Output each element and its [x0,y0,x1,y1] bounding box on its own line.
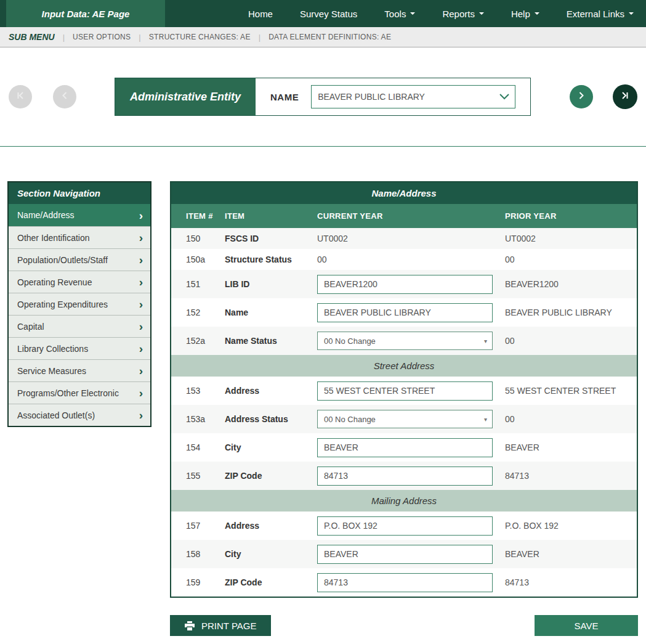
chevron-right-icon: › [139,365,143,377]
submenu-item-user-options[interactable]: USER OPTIONS [73,33,131,41]
chevron-right-icon: › [139,254,143,266]
item-number: 152 [186,308,225,317]
item-number: 153 [186,386,225,396]
sidebar-item-label: Programs/Other Electronic [17,388,119,398]
chevron-right-icon: › [139,343,143,354]
chevron-right-icon: › [139,409,143,421]
subsection-header-mailing-address: Mailing Address [171,490,637,512]
select-value: 00 No Change [324,415,484,424]
current-year-cell: 00 No Change▾ [317,332,505,350]
current-year-cell [317,381,505,401]
current-year-input-154[interactable] [317,438,493,457]
table-row-153: 153Address55 WEST CENTER STREET [171,377,637,405]
item-number: 152a [186,336,225,346]
item-label: Address [225,521,317,531]
current-year-input-159[interactable] [317,573,493,592]
table-row-150: 150FSCS IDUT0002UT0002 [171,228,637,249]
submenu-item-structure-changes-ae[interactable]: STRUCTURE CHANGES: AE [149,33,251,41]
save-button[interactable]: SAVE [535,615,638,636]
table-row-158: 158CityBEAVER [171,540,637,568]
entity-name-select[interactable]: BEAVER PUBLIC LIBRARY [311,85,515,108]
nav-item-tools[interactable]: Tools [384,9,415,19]
next-page-button[interactable] [570,85,593,108]
item-label: Address Status [225,414,317,424]
main-nav: HomeSurvey StatusToolsReportsHelpExterna… [248,0,646,27]
submenu-item-data-element-definitions-ae[interactable]: DATA ELEMENT DEFINITIONS: AE [268,33,391,41]
section-nav-list: Name/Address›Other Identification›Popula… [9,204,150,426]
current-year-cell [317,467,505,486]
sidebar-item-label: Associated Outlet(s) [17,410,95,420]
prior-year-value: 84713 [505,471,637,481]
item-number: 151 [186,279,225,289]
print-page-button[interactable]: PRINT PAGE [170,615,271,636]
section-navigation: Section Navigation Name/Address›Other Id… [7,181,151,427]
current-year-input-158[interactable] [317,545,493,564]
nav-item-survey-status[interactable]: Survey Status [300,9,357,19]
table-body: 150FSCS IDUT0002UT0002150aStructure Stat… [171,228,637,597]
prior-year-value: P.O. BOX 192 [505,521,637,531]
submenu-title: SUB MENU [9,32,55,42]
item-label: ZIP Code [225,471,317,481]
item-number: 153a [186,414,225,424]
chevron-right-icon: › [139,387,143,399]
nav-item-reports[interactable]: Reports [442,9,484,19]
sidebar-item-programs-other-electronic[interactable]: Programs/Other Electronic› [9,381,150,404]
chevron-right-icon: › [139,210,143,221]
column-header-prior-year: PRIOR YEAR [505,211,637,221]
table-row-151: 151LIB IDBEAVER1200 [171,270,637,298]
previous-page-icon [60,91,70,103]
previous-page-button[interactable] [53,85,76,108]
caret-down-icon: ▾ [484,338,487,344]
current-year-input-151[interactable] [317,275,493,294]
caret-down-icon [479,12,484,15]
item-label: Address [225,386,317,396]
item-number: 150 [186,234,225,243]
sidebar-item-label: Other Identification [17,233,90,243]
sidebar-item-associated-outlet-s[interactable]: Associated Outlet(s)› [9,404,150,426]
sidebar-item-label: Library Collections [17,344,88,354]
item-number: 159 [186,577,225,587]
sidebar-item-population-outlets-staff[interactable]: Population/Outlets/Staff› [9,248,150,271]
current-year-cell [317,303,505,322]
table-row-155: 155ZIP Code84713 [171,462,637,490]
entity-toolbar: Administrative Entity NAME BEAVER PUBLIC… [0,47,646,147]
sidebar-item-name-address[interactable]: Name/Address› [9,204,150,226]
caret-down-icon [535,12,539,15]
table-row-157: 157AddressP.O. BOX 192 [171,512,637,540]
nav-item-external-links[interactable]: External Links [567,9,634,19]
item-number: 158 [186,549,225,559]
entity-name-label: NAME [270,92,299,102]
sidebar-item-service-measures[interactable]: Service Measures› [9,359,150,381]
sidebar-item-label: Operating Expenditures [17,300,108,309]
current-year-input-153[interactable] [317,381,493,401]
first-page-button[interactable] [9,85,32,108]
subsection-header-street-address: Street Address [171,355,637,377]
item-label: ZIP Code [225,577,317,587]
entity-selector-box: Administrative Entity NAME BEAVER PUBLIC… [115,78,531,116]
nav-item-help[interactable]: Help [511,9,539,19]
sidebar-item-operating-expenditures[interactable]: Operating Expenditures› [9,293,150,315]
sidebar-item-label: Capital [17,322,44,332]
current-year-value: 00 [317,255,327,264]
current-year-select-152a[interactable]: 00 No Change▾ [317,332,493,350]
table-row-152a: 152aName Status00 No Change▾00 [171,327,637,355]
current-year-input-152[interactable] [317,303,493,322]
nav-item-home[interactable]: Home [248,9,273,19]
caret-down-icon: ▾ [484,416,487,423]
select-value: 00 No Change [324,336,484,346]
current-year-cell: 00 [317,255,505,264]
prior-year-value: BEAVER [505,549,637,559]
chevron-right-icon: › [139,320,143,332]
sidebar-item-library-collections[interactable]: Library Collections› [9,337,150,359]
current-year-cell [317,438,505,457]
current-page-tab[interactable]: Input Data: AE Page [6,0,165,27]
sidebar-item-other-identification[interactable]: Other Identification› [9,226,150,248]
sidebar-item-capital[interactable]: Capital› [9,315,150,337]
current-year-select-153a[interactable]: 00 No Change▾ [317,410,493,428]
table-row-159: 159ZIP Code84713 [171,568,637,597]
current-year-input-155[interactable] [317,467,493,486]
current-year-input-157[interactable] [317,516,493,536]
sidebar-item-operating-revenue[interactable]: Operating Revenue› [9,271,150,293]
last-page-button[interactable] [613,84,637,109]
table-row-153a: 153aAddress Status00 No Change▾00 [171,405,637,433]
